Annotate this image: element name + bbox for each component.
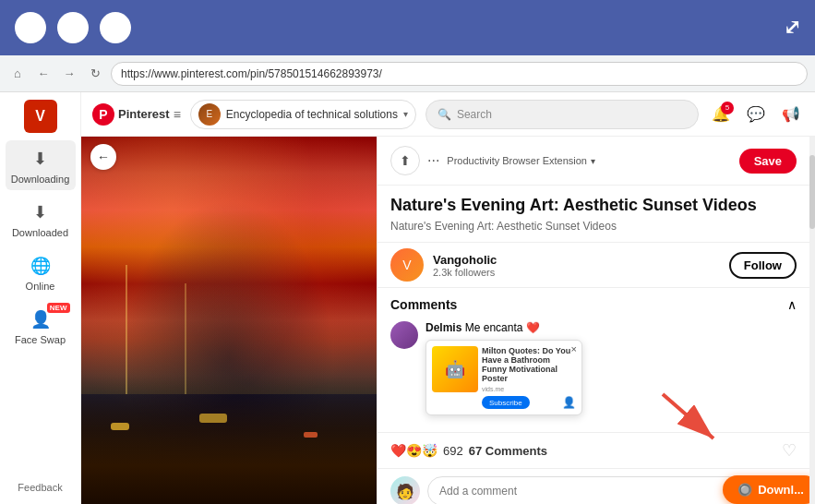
popup-image: 🤖 <box>432 346 478 392</box>
comment-bubble-1: Delmis Me encanta ❤️ × 🤖 <box>425 321 797 415</box>
main-area: V ⬇ Downloading ⬇ Downloaded 🌐 Online NE… <box>0 92 815 504</box>
pin-details: ⬆ ··· Productivity Browser Extension ▾ S… <box>377 137 809 504</box>
pinner-avatar: V <box>390 248 424 282</box>
alerts-icon[interactable]: 📢 <box>778 102 804 127</box>
commenter-avatar-1 <box>390 321 418 349</box>
pinterest-menu-icon[interactable]: ≡ <box>174 107 181 122</box>
follow-button[interactable]: Follow <box>729 252 797 279</box>
popup-overlay: × 🤖 Milton Quotes: Do You Have a Bathroo… <box>425 340 582 415</box>
search-placeholder: Search <box>457 108 492 121</box>
sidebar-feedback[interactable]: Feedback <box>18 482 62 493</box>
sidebar-item-downloading[interactable]: ⬇ Downloading <box>6 140 76 190</box>
window-controls <box>15 12 131 43</box>
sidebar-online-label: Online <box>26 281 55 292</box>
popup-content: 🤖 Milton Quotes: Do You Have a Bathroom … <box>432 346 576 409</box>
pin-title: Nature's Evening Art: Aesthetic Sunset V… <box>378 186 809 220</box>
back-button[interactable]: ← <box>33 64 54 84</box>
ext-chevron-icon: ▾ <box>591 156 595 166</box>
pin-actions-bar: ⬆ ··· Productivity Browser Extension ▾ S… <box>378 137 809 186</box>
url-text: https://www.pinterest.com/pin/5785015146… <box>121 67 382 80</box>
downloaded-arrow-icon: ⬇ <box>28 199 54 225</box>
popup-close-button[interactable]: × <box>571 343 577 354</box>
window-circle-3[interactable] <box>100 12 131 43</box>
profile-avatar: E <box>198 103 221 126</box>
popup-text: Milton Quotes: Do You Have a Bathroom Fu… <box>482 346 576 409</box>
expand-icon[interactable]: ⤢ <box>784 16 800 40</box>
app-window: ⤢ ⌂ ← → ↻ https://www.pinterest.com/pin/… <box>0 0 815 504</box>
sidebar-item-faceswap[interactable]: NEW 👤 Face Swap <box>6 301 76 351</box>
vidsme-logo: V <box>18 100 64 133</box>
taillight-1 <box>304 432 318 438</box>
reaction-emojis: ❤️😍🤯 <box>390 443 437 458</box>
pin-subtitle: Nature's Evening Art: Aesthetic Sunset V… <box>378 220 809 242</box>
sidebar-item-online[interactable]: 🌐 Online <box>6 247 76 297</box>
headlight-2 <box>199 414 227 423</box>
window-circle-1[interactable] <box>15 12 46 43</box>
pinterest-header: P Pinterest ≡ E Encyclopedia of technica… <box>81 92 815 137</box>
more-options-button[interactable]: ··· <box>427 152 439 169</box>
comments-count-row: ❤️😍🤯 692 67 Comments ♡ <box>378 432 809 468</box>
online-globe-icon: 🌐 <box>28 253 54 279</box>
comments-header: Comments ∧ <box>390 297 797 312</box>
my-avatar: 🧑 <box>390 476 420 504</box>
pin-image-area: ← <box>81 137 377 504</box>
pinterest-logo: P Pinterest ≡ <box>92 103 181 126</box>
ground-overlay <box>81 376 377 504</box>
home-button[interactable]: ⌂ <box>7 64 28 84</box>
like-heart-icon[interactable]: ♡ <box>782 440 797 461</box>
notification-count: 5 <box>721 102 734 114</box>
extension-dropdown[interactable]: Productivity Browser Extension ▾ <box>447 155 731 166</box>
download-button[interactable]: 🔘 Downl... <box>723 475 809 504</box>
sidebar-downloading-label: Downloading <box>11 174 70 185</box>
commenter-name-1: Delmis <box>425 321 461 334</box>
window-top-bar: ⤢ <box>0 0 815 55</box>
browser-window: ⌂ ← → ↻ https://www.pinterest.com/pin/57… <box>0 55 815 504</box>
profile-name: Encyclopedia of technical solutions <box>226 108 398 121</box>
pin-back-button[interactable]: ← <box>90 144 116 170</box>
collapse-comments-icon[interactable]: ∧ <box>787 297 797 312</box>
browser-toolbar: ⌂ ← → ↻ https://www.pinterest.com/pin/57… <box>0 55 815 92</box>
comments-title: Comments <box>390 297 457 312</box>
scrollbar-thumb[interactable] <box>809 155 815 229</box>
search-bar[interactable]: 🔍 Search <box>425 100 699 129</box>
download-label: Downl... <box>758 483 804 497</box>
pinner-row: V Vangoholic 2.3k followers Follow <box>378 242 809 287</box>
comment-heart-emoji: Me encanta ❤️ <box>465 321 540 334</box>
header-icons: 🔔 5 💬 📢 <box>708 102 804 127</box>
download-icon: 🔘 <box>737 483 752 497</box>
pinner-info: Vangoholic 2.3k followers <box>433 253 720 278</box>
extension-label: Productivity Browser Extension <box>447 155 587 166</box>
comment-input[interactable] <box>427 476 769 504</box>
reload-button[interactable]: ↻ <box>85 64 105 84</box>
comment-row-1: Delmis Me encanta ❤️ × 🤖 <box>390 321 797 415</box>
profile-selector[interactable]: E Encyclopedia of technical solutions ▾ <box>190 100 416 129</box>
popup-profile-icon: 👤 <box>562 396 576 409</box>
popup-actions: Subscribe 👤 <box>482 396 576 409</box>
p-logo-icon: P <box>92 103 114 126</box>
headlight-1 <box>111 423 129 430</box>
pinner-followers: 2.3k followers <box>433 267 720 278</box>
messages-icon[interactable]: 💬 <box>743 102 769 127</box>
pinterest-main: ← ⬆ ··· Productivity Browser Extension ▾ <box>81 137 815 504</box>
search-icon: 🔍 <box>437 108 451 121</box>
popup-subscribe-button[interactable]: Subscribe <box>482 396 530 409</box>
logo-letter: V <box>35 108 45 125</box>
pinner-name: Vangoholic <box>433 253 720 267</box>
notifications-icon[interactable]: 🔔 5 <box>708 102 734 127</box>
lamp-post-1 <box>126 265 127 393</box>
sidebar-item-downloaded[interactable]: ⬇ Downloaded <box>6 194 76 244</box>
window-circle-2[interactable] <box>57 12 89 43</box>
sidebar-downloaded-label: Downloaded <box>12 227 68 238</box>
lamp-post-2 <box>185 283 186 393</box>
sidebar-faceswap-label: Face Swap <box>15 334 66 345</box>
share-button[interactable]: ⬆ <box>390 146 420 175</box>
save-button[interactable]: Save <box>739 149 797 174</box>
profile-chevron-icon: ▾ <box>403 109 408 119</box>
pinterest-brand: Pinterest <box>118 107 170 121</box>
address-bar[interactable]: https://www.pinterest.com/pin/5785015146… <box>111 62 808 86</box>
logo-badge: V <box>24 100 57 133</box>
scrollbar[interactable] <box>809 137 815 504</box>
forward-button[interactable]: → <box>59 64 79 84</box>
pinterest-content: P Pinterest ≡ E Encyclopedia of technica… <box>81 92 815 504</box>
comments-total: 67 Comments <box>469 444 776 458</box>
